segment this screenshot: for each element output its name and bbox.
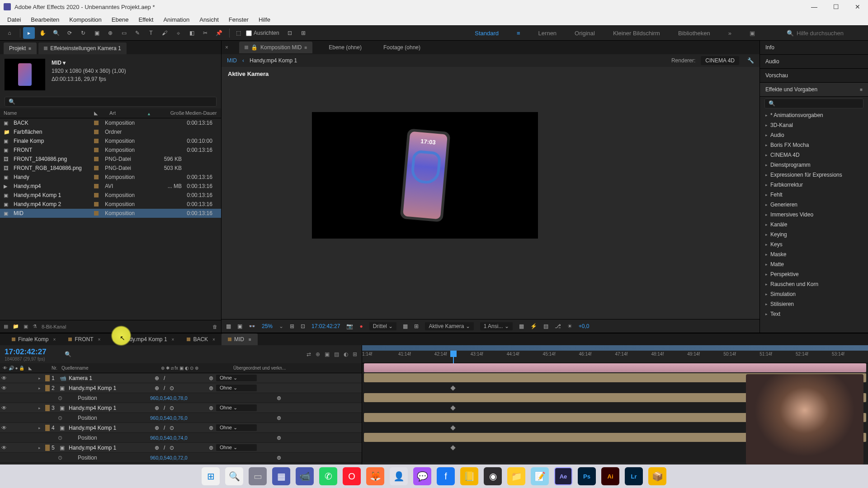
blur-icon[interactable]: ⊕: [316, 351, 320, 357]
menu-bearbeiten[interactable]: Bearbeiten: [26, 14, 64, 25]
property-row[interactable]: ⊙Position960,0,540,0,78,0⊚: [0, 393, 362, 403]
folder-icon[interactable]: 📁: [13, 324, 19, 329]
zoom-select[interactable]: 25%: [262, 323, 273, 329]
motion-blur-icon[interactable]: ◐: [344, 351, 348, 357]
workspace-kleiner[interactable]: Kleiner Bildschirm: [613, 30, 660, 37]
clone-tool-icon[interactable]: ⟐: [172, 27, 184, 39]
effect-category[interactable]: ▸Keys: [760, 239, 868, 249]
orbit-tool-icon[interactable]: ⟳: [64, 27, 75, 39]
roi-icon[interactable]: ⊡: [301, 323, 305, 329]
home-icon[interactable]: ⌂: [4, 27, 15, 39]
project-row[interactable]: 📁FarbflächenOrdner: [0, 127, 221, 136]
keyframe-icon[interactable]: [450, 425, 455, 430]
lightroom-icon[interactable]: Lr: [625, 467, 643, 485]
effect-category[interactable]: ▸Farbkorrektur: [760, 180, 868, 190]
layer-row[interactable]: 👁▸1📹Kamera 1⊕ / ⊚ Ohne ⌄: [0, 373, 362, 383]
effect-category[interactable]: ▸Text: [760, 309, 868, 319]
effect-category[interactable]: ▸Generieren: [760, 200, 868, 210]
taskbar-app-4[interactable]: 📒: [460, 467, 478, 485]
shape-tool-icon[interactable]: ▭: [118, 27, 130, 39]
workspace-original[interactable]: Original: [575, 30, 595, 37]
exposure-reset-icon[interactable]: ☀: [567, 323, 572, 329]
task-view-icon[interactable]: ▭: [249, 467, 267, 485]
quality-select[interactable]: Drittel ⌄: [369, 322, 397, 330]
current-time[interactable]: 17:02:42:27: [311, 323, 340, 329]
whatsapp-icon[interactable]: ✆: [319, 467, 337, 485]
project-row[interactable]: ▣MIDKomposition0:00:13:16: [0, 209, 221, 218]
workspace-more-icon[interactable]: »: [728, 30, 731, 37]
graph-icon[interactable]: ⊞: [353, 351, 357, 357]
layer-row[interactable]: 👁▸4▣Handy.mp4 Komp 1⊕ / ⊙⊚ Ohne ⌄: [0, 423, 362, 433]
menu-komposition[interactable]: Komposition: [65, 14, 106, 25]
channel-icon[interactable]: ●: [359, 323, 363, 329]
crumb-handy[interactable]: Handy.mp4 Komp 1: [250, 57, 297, 64]
hand-tool-icon[interactable]: ✋: [37, 27, 48, 39]
workspace-lernen[interactable]: Lernen: [538, 30, 557, 37]
notepad-icon[interactable]: 📝: [531, 467, 549, 485]
flowchart-icon[interactable]: ⎇: [555, 323, 561, 329]
firefox-icon[interactable]: 🦊: [366, 467, 384, 485]
snap-opt-icon[interactable]: ⊡: [284, 27, 296, 39]
eraser-tool-icon[interactable]: ◧: [186, 27, 198, 39]
obs-icon[interactable]: ◉: [484, 467, 502, 485]
menu-ebene[interactable]: Ebene: [107, 14, 133, 25]
keyframe-icon[interactable]: [450, 445, 455, 450]
pen-tool-icon[interactable]: ✎: [132, 27, 143, 39]
effect-category[interactable]: ▸Perspektive: [760, 269, 868, 279]
project-row[interactable]: ▣Finale KompKomposition0:00:10:00: [0, 136, 221, 145]
comp-icon[interactable]: ▣: [24, 324, 28, 329]
fast-preview-icon[interactable]: ⚡: [530, 323, 537, 329]
effect-category[interactable]: ▸CINEMA 4D: [760, 150, 868, 160]
effect-category[interactable]: ▸Matte: [760, 259, 868, 269]
minimize-button[interactable]: —: [807, 3, 821, 10]
keyframe-icon[interactable]: [450, 405, 455, 410]
snap-opt2-icon[interactable]: ⊞: [297, 27, 309, 39]
illustrator-icon[interactable]: Ai: [601, 467, 619, 485]
close-button[interactable]: ✕: [851, 3, 864, 10]
menu-datei[interactable]: Datei: [3, 14, 25, 25]
project-row[interactable]: ▣BACKKomposition0:00:13:16: [0, 118, 221, 127]
messenger-icon[interactable]: 💬: [413, 467, 431, 485]
effect-controls-tab[interactable]: Effekteinstellungen Kamera 1: [38, 42, 127, 54]
crumb-mid[interactable]: MID: [227, 57, 237, 64]
renderer-select[interactable]: CINEMA 4D: [701, 56, 739, 65]
frame-blend-icon[interactable]: ▤: [334, 351, 339, 357]
timeline-tab[interactable]: Finale Komp×: [5, 333, 62, 345]
shy-icon[interactable]: ⇄: [307, 351, 311, 357]
ausrichten-checkbox[interactable]: Ausrichten: [246, 30, 279, 36]
snapshot-icon[interactable]: 📷: [346, 323, 353, 329]
workspace-standard[interactable]: Standard: [475, 30, 499, 37]
taskbar-app-2[interactable]: 📹: [296, 467, 314, 485]
workspace-bibliotheken[interactable]: Bibliotheken: [678, 30, 710, 37]
comp-tab-ebene[interactable]: Ebene (ohne): [323, 42, 367, 53]
roto-tool-icon[interactable]: ✂: [199, 27, 211, 39]
explorer-icon[interactable]: 📁: [507, 467, 525, 485]
effect-category[interactable]: ▸* Animationsvorgaben: [760, 110, 868, 120]
grid-icon[interactable]: ▦: [226, 323, 231, 329]
audio-panel-tab[interactable]: Audio: [760, 55, 868, 69]
3d-icon[interactable]: ⊞: [414, 323, 419, 329]
project-row[interactable]: ▣Handy.mp4 Komp 2Komposition0:00:13:16: [0, 200, 221, 209]
info-panel-tab[interactable]: Info: [760, 41, 868, 55]
keyframe-icon[interactable]: [450, 385, 455, 390]
taskbar-app-1[interactable]: ▦: [272, 467, 290, 485]
menu-fenster[interactable]: Fenster: [224, 14, 253, 25]
puppet-tool-icon[interactable]: 📌: [213, 27, 225, 39]
text-tool-icon[interactable]: T: [145, 27, 157, 39]
pixel-aspect-icon[interactable]: ▦: [519, 323, 524, 329]
effect-category[interactable]: ▸Rauschen und Korn: [760, 279, 868, 289]
layer-list[interactable]: 👁▸1📹Kamera 1⊕ / ⊚ Ohne ⌄👁▸2▣Handy.mp4 Ko…: [0, 373, 362, 463]
rotate-tool-icon[interactable]: ↻: [77, 27, 89, 39]
project-row[interactable]: ▶Handy.mp4AVI... MB0:00:13:16: [0, 182, 221, 191]
effect-category[interactable]: ▸3D-Kanal: [760, 120, 868, 130]
anchor-tool-icon[interactable]: ⊕: [104, 27, 116, 39]
start-button[interactable]: ⊞: [202, 467, 220, 485]
views-select[interactable]: 1 Ansi... ⌄: [480, 322, 513, 330]
effect-category[interactable]: ▸Expressionen für Expressions: [760, 170, 868, 180]
layer-row[interactable]: 👁▸5▣Handy.mp4 Komp 1⊕ / ⊙⊚ Ohne ⌄: [0, 443, 362, 453]
workspace-menu-icon[interactable]: ≡: [517, 30, 520, 37]
brush-tool-icon[interactable]: 🖌: [159, 27, 170, 39]
effect-category[interactable]: ▸Dienstprogramm: [760, 160, 868, 170]
effects-categories[interactable]: ▸* Animationsvorgaben▸3D-Kanal▸Audio▸Bor…: [760, 110, 868, 333]
effects-search-input[interactable]: 🔍: [764, 99, 863, 108]
